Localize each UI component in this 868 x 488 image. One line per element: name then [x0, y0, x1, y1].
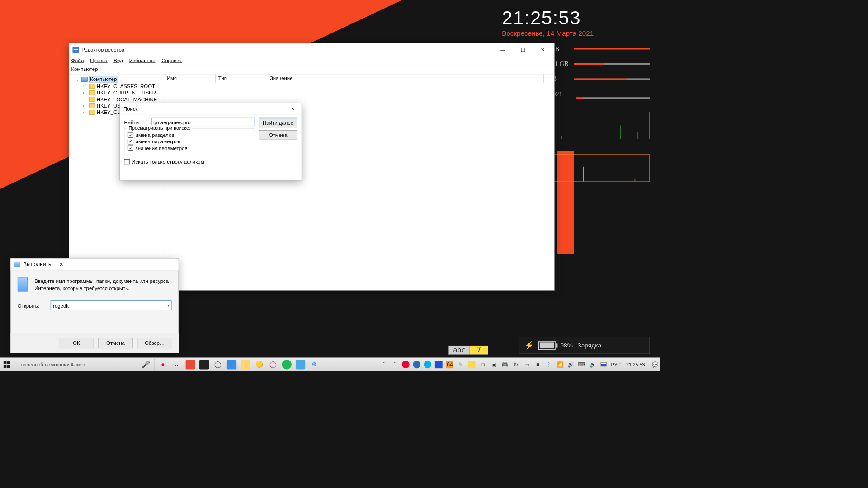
tree-root[interactable]: ⌄Компьютер	[71, 75, 162, 83]
tray-clock[interactable]: 21:25:53	[626, 361, 645, 367]
tray-volume-icon[interactable]: 🔊	[567, 361, 575, 368]
tray-app-3[interactable]: 64	[446, 361, 454, 368]
find-next-button[interactable]: Найти далее	[259, 118, 297, 127]
tray-app-1[interactable]	[402, 361, 410, 368]
tree-hkcr[interactable]: ›HKEY_CLASSES_ROOT	[71, 83, 162, 89]
tree-hklm[interactable]: ›HKEY_LOCAL_MACHINE	[71, 96, 162, 102]
taskbar-record-icon[interactable]: ●	[158, 360, 168, 369]
clock-time: 21:25:53	[502, 7, 650, 29]
search-placeholder: Голосовой помощник Алиса	[18, 361, 85, 367]
chk-whole-string[interactable]: Искать только строку целиком	[124, 159, 297, 164]
find-cancel-button[interactable]: Отмена	[259, 130, 297, 140]
battery-status: Зарядка	[577, 342, 601, 349]
taskbar-app-2[interactable]	[199, 360, 209, 369]
run-open-value: regedit	[53, 303, 69, 309]
tray-app-2[interactable]	[435, 361, 443, 368]
run-description: Введите имя программы, папки, документа …	[34, 277, 171, 292]
menu-edit[interactable]: Правка	[90, 57, 108, 63]
menu-favorites[interactable]: Избранное	[129, 57, 156, 63]
run-titlebar[interactable]: Выполнить ✕	[11, 259, 179, 271]
notification-center-button[interactable]: 💬	[650, 357, 660, 371]
tray-dropbox-icon[interactable]: ⧉	[479, 361, 487, 368]
tray-bluetooth-icon[interactable]: ᛒ	[545, 361, 553, 368]
col-value[interactable]: Значение	[267, 74, 544, 83]
run-icon	[14, 262, 20, 267]
clock-date: Воскресенье, 14 Марта 2021	[502, 29, 650, 37]
maximize-button[interactable]: ☐	[513, 43, 533, 56]
tray-sound-icon[interactable]: 🔉	[589, 361, 597, 368]
menu-help[interactable]: Справка	[161, 57, 182, 63]
taskbar-spotify-icon[interactable]	[282, 360, 292, 369]
microphone-icon[interactable]: 🎤	[142, 360, 150, 368]
chk-data[interactable]: ✓значения параметров	[128, 145, 252, 151]
regedit-icon	[72, 47, 79, 53]
tray-wifi-icon[interactable]: 📶	[556, 361, 564, 368]
find-close-button[interactable]: ✕	[286, 103, 299, 114]
battery-percent: 98%	[560, 342, 572, 349]
windows-icon	[4, 361, 10, 368]
regedit-titlebar[interactable]: Редактор реестра — ☐ ✕	[69, 43, 554, 56]
chk-values[interactable]: ✓имена параметров	[128, 138, 252, 144]
ime-number: 7	[470, 346, 488, 355]
col-spacer	[544, 74, 554, 83]
tray-language[interactable]: РУС	[611, 361, 621, 367]
taskbar-app-5[interactable]: ❄	[309, 360, 319, 369]
regedit-address-bar[interactable]: Компьютер	[69, 65, 554, 75]
minimize-button[interactable]: —	[493, 43, 513, 56]
col-name[interactable]: Имя	[164, 74, 216, 83]
run-open-label: Открыть:	[18, 303, 51, 309]
tray-battery-icon[interactable]: ▭	[523, 361, 531, 368]
run-dialog: Выполнить ✕ Введите имя программы, папки…	[10, 258, 179, 353]
taskbar-chevron-icon[interactable]: ⌄	[172, 360, 181, 369]
tray-keyboard-icon[interactable]: ⌨	[578, 361, 586, 368]
menu-file[interactable]: Файл	[71, 57, 84, 63]
tray-skype-icon[interactable]	[424, 361, 432, 368]
taskbar-opera-icon[interactable]: ◯	[268, 360, 278, 369]
taskbar-search[interactable]: Голосовой помощник Алиса 🎤	[14, 357, 155, 371]
run-close-button[interactable]: ✕	[51, 258, 71, 271]
battery-widget: ⚡ 98% Зарядка	[519, 337, 650, 354]
run-open-combo[interactable]: regedit ▾	[51, 300, 172, 310]
tray-app-6[interactable]: ■	[534, 361, 542, 368]
find-groupbox: Просматривать при поиске: ✓имена раздело…	[124, 128, 255, 155]
run-cancel-button[interactable]: Отмена	[98, 338, 133, 348]
ime-mode: abc	[448, 346, 470, 355]
find-titlebar[interactable]: Поиск ✕	[120, 103, 301, 114]
tray-app-5[interactable]	[468, 361, 476, 368]
find-label: Найти:	[124, 119, 152, 125]
chk-keys[interactable]: ✓имена разделов	[128, 132, 252, 138]
tray-sync-icon[interactable]: ↻	[512, 361, 520, 368]
taskbar-app-1[interactable]	[186, 360, 195, 369]
svg-rect-3	[7, 365, 10, 368]
tray-flag-icon[interactable]	[600, 361, 608, 368]
regedit-title: Редактор реестра	[81, 47, 493, 52]
tree-hkcu[interactable]: ›HKEY_CURRENT_USER	[71, 89, 162, 96]
menu-view[interactable]: Вид	[113, 57, 123, 63]
ime-indicator[interactable]: abc 7	[448, 346, 488, 355]
taskbar-app-3[interactable]	[227, 360, 236, 369]
find-title: Поиск	[123, 106, 286, 112]
regedit-columns[interactable]: Имя Тип Значение	[164, 74, 554, 83]
svg-rect-0	[4, 361, 7, 364]
taskbar-obs-icon[interactable]: ◯	[213, 360, 222, 369]
run-browse-button[interactable]: Обзор…	[137, 338, 172, 348]
taskbar-app-4[interactable]	[296, 360, 305, 369]
taskbar-chrome-icon[interactable]: 🟡	[255, 360, 264, 369]
find-dialog: Поиск ✕ Найти: Просматривать при поиске:…	[120, 103, 302, 180]
run-ok-button[interactable]: ОК	[59, 338, 94, 348]
tray-gamebar-icon[interactable]: 🎮	[501, 361, 509, 368]
tray-chevron-down-icon[interactable]: ˅	[391, 361, 399, 368]
battery-icon	[538, 341, 556, 350]
tray-chevron-up-icon[interactable]: ˄	[380, 361, 388, 368]
col-type[interactable]: Тип	[216, 74, 267, 83]
taskbar-explorer-icon[interactable]	[241, 360, 250, 369]
tray-nvidia-icon[interactable]: ▣	[490, 361, 498, 368]
close-button[interactable]: ✕	[533, 43, 553, 56]
tray-app-4[interactable]: ✎	[457, 361, 465, 368]
tray-vk-icon[interactable]	[413, 361, 421, 368]
chevron-down-icon[interactable]: ▾	[167, 303, 170, 308]
start-button[interactable]	[0, 357, 14, 371]
svg-rect-1	[7, 361, 10, 364]
run-title: Выполнить	[23, 261, 51, 267]
find-group-legend: Просматривать при поиске:	[127, 125, 191, 131]
